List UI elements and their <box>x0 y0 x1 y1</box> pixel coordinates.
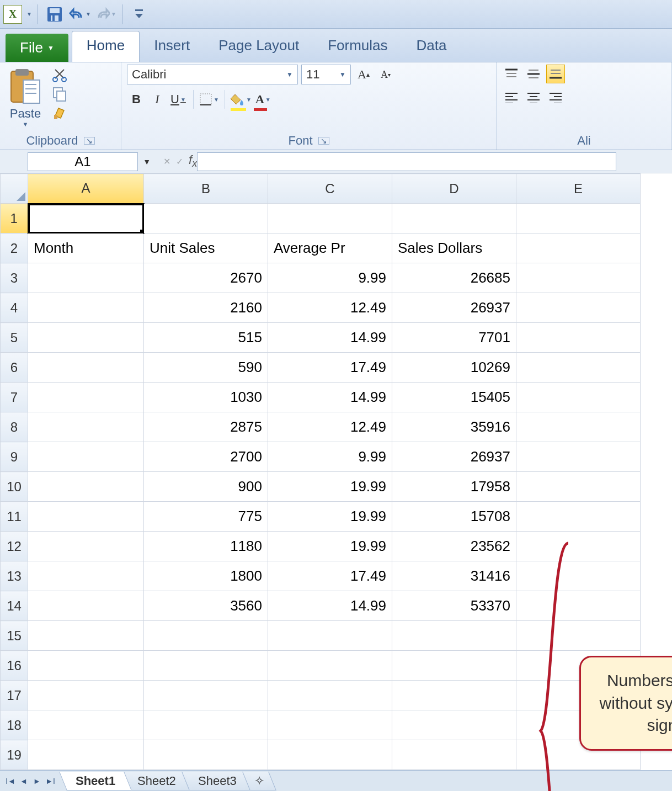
cell-A9[interactable] <box>28 442 144 472</box>
qat-app-dropdown-icon[interactable]: ▼ <box>26 11 32 17</box>
row-header[interactable]: 18 <box>1 710 28 740</box>
cell-C13[interactable]: 17.49 <box>268 561 392 591</box>
align-bottom-button[interactable] <box>546 65 565 83</box>
cell-B3[interactable]: 2670 <box>144 263 268 293</box>
format-painter-button[interactable] <box>50 104 70 121</box>
cut-button[interactable] <box>50 67 70 83</box>
dropdown-icon[interactable]: ▼ <box>111 11 116 17</box>
cell-D8[interactable]: 35916 <box>392 412 516 442</box>
tab-file[interactable]: File ▼ <box>6 34 68 62</box>
cell-B10[interactable]: 900 <box>144 472 268 502</box>
cell-D15[interactable] <box>392 621 516 651</box>
sheet-tab-sheet2[interactable]: Sheet2 <box>121 772 192 790</box>
font-color-button[interactable]: A ▼ <box>254 90 273 109</box>
row-header[interactable]: 1 <box>1 204 28 233</box>
fill-color-button[interactable]: ▼ <box>231 90 252 109</box>
font-size-combo[interactable]: 11 ▼ <box>301 65 351 84</box>
cell-D11[interactable]: 15708 <box>392 502 516 532</box>
cell-A16[interactable] <box>28 651 144 681</box>
italic-button[interactable]: I <box>148 90 167 109</box>
cell-C17[interactable] <box>268 681 392 710</box>
cell-B8[interactable]: 2875 <box>144 412 268 442</box>
cell-A13[interactable] <box>28 561 144 591</box>
cell-C14[interactable]: 14.99 <box>268 591 392 621</box>
row-header[interactable]: 7 <box>1 383 28 412</box>
row-header[interactable]: 13 <box>1 561 28 591</box>
cell-E5[interactable] <box>516 323 641 353</box>
undo-button[interactable]: ▼ <box>69 3 91 25</box>
cell-D10[interactable]: 17958 <box>392 472 516 502</box>
formula-input[interactable] <box>197 152 616 171</box>
cancel-icon[interactable]: ✕ <box>163 156 170 167</box>
row-header[interactable]: 17 <box>1 681 28 710</box>
col-header-E[interactable]: E <box>516 174 641 204</box>
nav-first-icon[interactable]: I◄ <box>4 775 17 787</box>
cell-C8[interactable]: 12.49 <box>268 412 392 442</box>
cell-C1[interactable] <box>268 204 392 233</box>
cell-A14[interactable] <box>28 591 144 621</box>
col-header-B[interactable]: B <box>144 174 268 204</box>
cell-A5[interactable] <box>28 323 144 353</box>
cell-E3[interactable] <box>516 263 641 293</box>
cell-C15[interactable] <box>268 621 392 651</box>
cell-D5[interactable]: 7701 <box>392 323 516 353</box>
cell-B17[interactable] <box>144 681 268 710</box>
row-header[interactable]: 11 <box>1 502 28 532</box>
align-middle-button[interactable] <box>524 65 543 83</box>
cell-D3[interactable]: 26685 <box>392 263 516 293</box>
cell-D1[interactable] <box>392 204 516 233</box>
tab-formulas[interactable]: Formulas <box>313 31 402 62</box>
dropdown-icon[interactable]: ▼ <box>246 97 252 103</box>
cell-B7[interactable]: 1030 <box>144 383 268 412</box>
row-header[interactable]: 15 <box>1 621 28 651</box>
cell-D4[interactable]: 26937 <box>392 293 516 323</box>
decrease-font-button[interactable]: A▾ <box>376 65 395 84</box>
cell-B12[interactable]: 1180 <box>144 532 268 561</box>
cell-E6[interactable] <box>516 353 641 383</box>
underline-button[interactable]: U▼ <box>169 90 188 109</box>
dropdown-icon[interactable]: ▼ <box>214 97 219 103</box>
tab-home[interactable]: Home <box>72 31 140 62</box>
fx-icon[interactable]: fx <box>189 153 197 169</box>
cell-E2[interactable] <box>516 233 641 263</box>
cell-A8[interactable] <box>28 412 144 442</box>
dialog-launcher-icon[interactable]: ↘ <box>318 137 329 145</box>
cell-D16[interactable] <box>392 651 516 681</box>
enter-icon[interactable]: ✓ <box>176 156 183 167</box>
copy-button[interactable] <box>50 86 70 102</box>
cell-A10[interactable] <box>28 472 144 502</box>
cell-B13[interactable]: 1800 <box>144 561 268 591</box>
borders-button[interactable]: ▼ <box>199 90 219 109</box>
cell-A19[interactable] <box>28 740 144 770</box>
cell-C11[interactable]: 19.99 <box>268 502 392 532</box>
nav-next-icon[interactable]: ► <box>31 775 43 787</box>
col-header-C[interactable]: C <box>268 174 392 204</box>
cell-B9[interactable]: 2700 <box>144 442 268 472</box>
cell-B1[interactable] <box>144 204 268 233</box>
row-header[interactable]: 8 <box>1 412 28 442</box>
align-right-button[interactable] <box>546 88 565 107</box>
cell-B15[interactable] <box>144 621 268 651</box>
customize-qat-button[interactable] <box>128 3 150 25</box>
cell-A6[interactable] <box>28 353 144 383</box>
cell-C6[interactable]: 17.49 <box>268 353 392 383</box>
cell-D19[interactable] <box>392 740 516 770</box>
row-header[interactable]: 5 <box>1 323 28 353</box>
align-left-button[interactable] <box>502 88 521 107</box>
cell-D6[interactable]: 10269 <box>392 353 516 383</box>
cell-A18[interactable] <box>28 710 144 740</box>
row-header[interactable]: 19 <box>1 740 28 770</box>
row-header[interactable]: 2 <box>1 233 28 263</box>
col-header-A[interactable]: A <box>28 174 144 204</box>
row-header[interactable]: 6 <box>1 353 28 383</box>
increase-font-button[interactable]: A▴ <box>354 65 373 84</box>
tab-page-layout[interactable]: Page Layout <box>204 31 313 62</box>
align-center-button[interactable] <box>524 88 543 107</box>
dropdown-icon[interactable]: ▼ <box>265 97 271 103</box>
cell-B19[interactable] <box>144 740 268 770</box>
cell-E7[interactable] <box>516 383 641 412</box>
font-name-combo[interactable]: Calibri ▼ <box>127 65 298 84</box>
cell-C10[interactable]: 19.99 <box>268 472 392 502</box>
cell-C9[interactable]: 9.99 <box>268 442 392 472</box>
cell-C5[interactable]: 14.99 <box>268 323 392 353</box>
